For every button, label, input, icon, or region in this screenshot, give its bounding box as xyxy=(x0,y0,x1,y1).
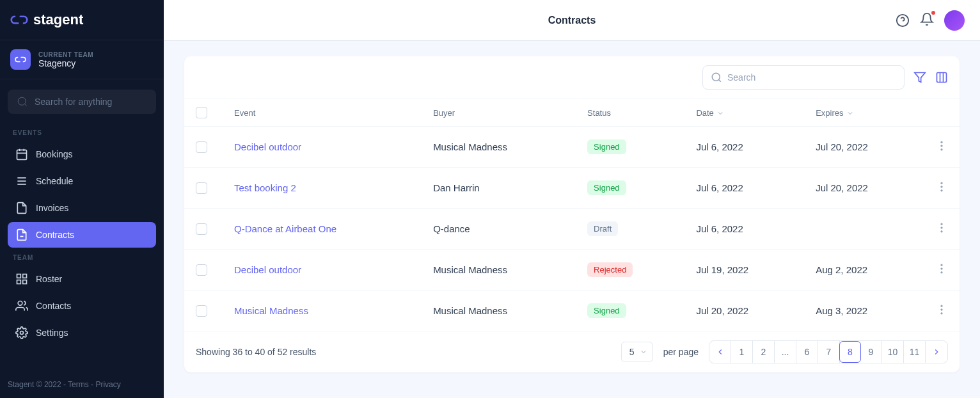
sidebar-item-roster[interactable]: Roster xyxy=(8,266,156,292)
table-search[interactable] xyxy=(702,65,905,90)
sidebar-footer: Stagent © 2022 - Terms - Privacy xyxy=(0,371,164,398)
row-checkbox[interactable] xyxy=(196,182,207,194)
search-input[interactable] xyxy=(727,72,896,83)
page-number[interactable]: 7 xyxy=(818,341,840,363)
sidebar-item-schedule[interactable]: Schedule xyxy=(8,168,156,194)
chevron-down-icon xyxy=(846,109,854,117)
expires-cell xyxy=(804,209,924,250)
status-badge: Draft xyxy=(587,221,618,236)
svg-point-24 xyxy=(941,190,943,192)
more-vertical-icon[interactable] xyxy=(935,139,948,152)
svg-marker-15 xyxy=(915,73,926,83)
columns-icon[interactable] xyxy=(935,71,948,84)
svg-point-10 xyxy=(18,301,22,306)
page-number[interactable]: 2 xyxy=(753,341,775,363)
col-event[interactable]: Event xyxy=(223,99,422,127)
sidebar-item-label: Bookings xyxy=(36,149,73,159)
sidebar-item-settings[interactable]: Settings xyxy=(8,320,156,346)
page-number[interactable]: 1 xyxy=(731,341,753,363)
svg-rect-7 xyxy=(23,275,27,278)
page-number[interactable]: 8 xyxy=(839,341,861,363)
main-content: Contracts xyxy=(164,0,980,398)
row-checkbox[interactable] xyxy=(196,305,207,317)
help-icon[interactable] xyxy=(896,13,910,28)
expires-cell: Aug 3, 2022 xyxy=(804,291,924,331)
table-row: Test booking 2 Dan Harrin Signed Jul 6, … xyxy=(184,168,960,209)
event-link[interactable]: Q-Dance at Airbeat One xyxy=(234,223,336,234)
col-status[interactable]: Status xyxy=(576,99,684,127)
invoices-icon xyxy=(15,202,28,214)
sidebar-search[interactable]: Search for anything xyxy=(8,90,156,114)
buyer-cell: Dan Harrin xyxy=(422,168,576,209)
svg-rect-9 xyxy=(23,280,27,284)
select-all-checkbox[interactable] xyxy=(196,107,207,118)
settings-icon xyxy=(15,326,28,339)
table-row: Q-Dance at Airbeat One Q-dance Draft Jul… xyxy=(184,209,960,250)
avatar[interactable] xyxy=(944,10,965,31)
more-vertical-icon[interactable] xyxy=(935,262,948,275)
sidebar: stagent CURRENT TEAM Stagency Search for… xyxy=(0,0,164,398)
row-checkbox[interactable] xyxy=(196,141,207,153)
svg-point-30 xyxy=(941,272,943,274)
page-number[interactable]: 9 xyxy=(860,341,882,363)
expires-cell: Jul 20, 2022 xyxy=(804,127,924,168)
sidebar-item-label: Schedule xyxy=(36,176,73,186)
col-buyer[interactable]: Buyer xyxy=(422,99,576,127)
buyer-cell: Musical Madness xyxy=(422,127,576,168)
more-vertical-icon[interactable] xyxy=(935,180,948,193)
chevron-down-icon xyxy=(716,109,724,117)
sidebar-item-invoices[interactable]: Invoices xyxy=(8,195,156,221)
svg-point-0 xyxy=(18,97,26,105)
svg-rect-8 xyxy=(17,280,21,284)
sidebar-item-contracts[interactable]: Contracts xyxy=(8,222,156,248)
svg-rect-6 xyxy=(17,275,21,278)
privacy-link[interactable]: Privacy xyxy=(95,380,120,389)
svg-point-28 xyxy=(941,264,943,266)
sidebar-search-placeholder: Search for anything xyxy=(35,97,112,107)
page-next[interactable] xyxy=(926,341,947,363)
team-name: Stagency xyxy=(38,58,93,68)
per-page-label: per page xyxy=(663,347,699,357)
page-number[interactable]: 11 xyxy=(904,341,926,363)
team-selector[interactable]: CURRENT TEAM Stagency xyxy=(0,40,164,79)
page-prev[interactable] xyxy=(709,341,731,363)
svg-point-32 xyxy=(941,309,943,311)
chevron-left-icon xyxy=(716,347,725,356)
brand-name: stagent xyxy=(33,12,83,28)
terms-link[interactable]: Terms xyxy=(68,380,89,389)
svg-point-29 xyxy=(941,268,943,270)
more-vertical-icon[interactable] xyxy=(935,221,948,234)
search-icon xyxy=(711,72,722,83)
sidebar-item-bookings[interactable]: Bookings xyxy=(8,141,156,167)
brand-logo[interactable]: stagent xyxy=(0,0,164,40)
row-checkbox[interactable] xyxy=(196,223,207,235)
page-number[interactable]: 10 xyxy=(882,341,904,363)
date-cell: Jul 20, 2022 xyxy=(684,291,804,331)
event-link[interactable]: Test booking 2 xyxy=(234,182,296,193)
sidebar-item-label: Contacts xyxy=(36,301,71,311)
contracts-card: Event Buyer Status Date Expires Decibel … xyxy=(184,56,960,372)
buyer-cell: Musical Madness xyxy=(422,250,576,291)
table-row: Decibel outdoor Musical Madness Rejected… xyxy=(184,250,960,291)
per-page-select[interactable]: 5 xyxy=(621,342,653,362)
contracts-icon xyxy=(15,228,28,241)
col-expires[interactable]: Expires xyxy=(804,99,924,127)
status-badge: Signed xyxy=(587,139,626,154)
svg-point-26 xyxy=(941,227,943,229)
row-checkbox[interactable] xyxy=(196,264,207,276)
status-badge: Signed xyxy=(587,303,626,318)
svg-point-21 xyxy=(941,149,943,151)
more-vertical-icon[interactable] xyxy=(935,303,948,316)
svg-point-33 xyxy=(941,313,943,315)
table-footer: Showing 36 to 40 of 52 results 5 per pag… xyxy=(184,331,960,372)
event-link[interactable]: Musical Madness xyxy=(234,305,308,316)
svg-point-22 xyxy=(941,182,943,184)
notifications-button[interactable] xyxy=(920,12,934,29)
event-link[interactable]: Decibel outdoor xyxy=(234,264,301,275)
filter-icon[interactable] xyxy=(913,71,926,84)
event-link[interactable]: Decibel outdoor xyxy=(234,141,301,152)
col-date[interactable]: Date xyxy=(684,99,804,127)
sidebar-item-label: Invoices xyxy=(36,203,68,213)
sidebar-item-contacts[interactable]: Contacts xyxy=(8,293,156,319)
page-number[interactable]: 6 xyxy=(796,341,818,363)
